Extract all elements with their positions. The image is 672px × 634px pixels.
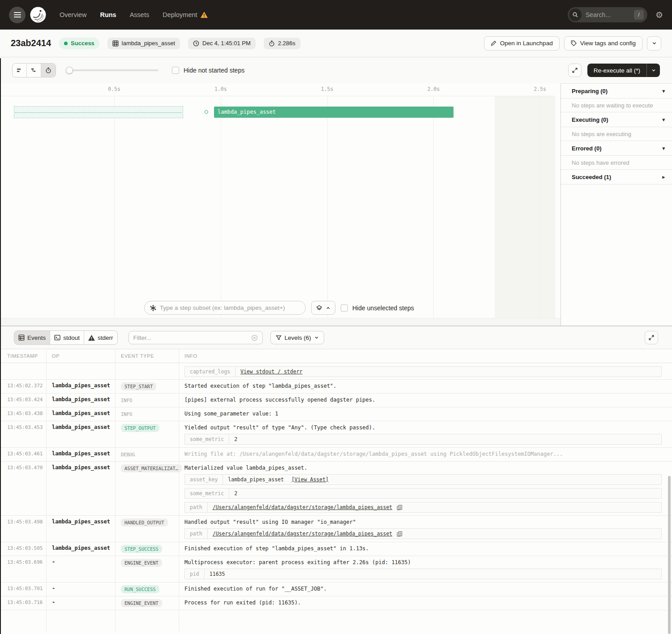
gantt-chart: 0.5s1.0s1.5s2.0s2.5s lambda_pipes_asset bbox=[0, 83, 561, 326]
view-tags-config-button[interactable]: View tags and config bbox=[564, 36, 642, 51]
top-nav: OverviewRunsAssetsDeployment / ⚙ bbox=[0, 0, 672, 30]
metadata-key: some_metric bbox=[185, 434, 229, 444]
event-type-cell: ENGINE_EVENT bbox=[116, 556, 179, 582]
view-asset-link[interactable]: [View Asset] bbox=[289, 475, 330, 484]
event-op: lambda_pipes_asset bbox=[47, 394, 116, 407]
re-execute-button[interactable]: Re-execute all (*) bbox=[587, 64, 646, 77]
hide-unselected-control[interactable]: Hide unselected steps bbox=[341, 304, 414, 312]
axis-tick-label: 2.5s bbox=[534, 86, 546, 92]
levels-dropdown-button[interactable]: Levels (6) bbox=[270, 331, 324, 344]
axis-tick-label: 0.5s bbox=[108, 86, 120, 92]
nav-item-overview[interactable]: Overview bbox=[60, 11, 86, 18]
nav-item-runs[interactable]: Runs bbox=[100, 11, 116, 18]
log-panel: Eventsstdoutstderr Levels (6) bbox=[0, 326, 672, 634]
op-selector-icon bbox=[150, 305, 156, 311]
log-filter-input[interactable] bbox=[133, 334, 248, 341]
event-op: lambda_pipes_asset bbox=[47, 421, 116, 447]
tab-stderr[interactable]: stderr bbox=[84, 331, 117, 344]
metadata-box: asset_keylambda_pipes_asset[View Asset] bbox=[184, 474, 662, 485]
gear-icon[interactable]: ⚙ bbox=[655, 11, 663, 19]
metadata-value[interactable]: View stdout / stderr bbox=[235, 367, 303, 377]
event-info: [pipes] external process successfully op… bbox=[179, 394, 672, 407]
log-scrollbar-thumb[interactable] bbox=[668, 476, 671, 634]
zoom-slider[interactable] bbox=[66, 64, 158, 77]
metadata-box: captured_logsView stdout / stderr bbox=[184, 366, 662, 377]
hamburger-menu-icon[interactable] bbox=[9, 7, 26, 23]
view-timed-button[interactable] bbox=[41, 64, 56, 77]
view-flat-button[interactable] bbox=[13, 64, 27, 77]
tab-events[interactable]: Events bbox=[14, 331, 50, 344]
hide-not-started-control[interactable]: Hide not started steps bbox=[172, 67, 244, 74]
metadata-value[interactable]: /Users/alangenfeld/data/dagster/storage/… bbox=[208, 529, 394, 539]
tab-stdout[interactable]: stdout bbox=[50, 331, 84, 344]
warning-icon bbox=[201, 12, 208, 18]
metadata-key: asset_key bbox=[185, 475, 223, 484]
hide-not-started-checkbox[interactable] bbox=[172, 67, 179, 74]
section-header-succeeded[interactable]: Succeeded (1)▸ bbox=[561, 170, 672, 184]
search-box[interactable]: / bbox=[568, 7, 647, 22]
event-op: lambda_pipes_asset bbox=[47, 407, 116, 421]
gantt-step-bar[interactable]: lambda_pipes_asset bbox=[214, 107, 454, 118]
event-info-text: Yielded output "result" of type "Any". (… bbox=[184, 424, 666, 431]
event-type-badge: STEP_START bbox=[121, 382, 156, 390]
section-body: No steps have errored bbox=[561, 156, 672, 170]
event-timestamp: 13:45:03.701 bbox=[0, 583, 47, 596]
event-row: 13:45:03.701-RUN_SUCCESSFinished executi… bbox=[0, 583, 672, 596]
gantt-fullscreen-button[interactable] bbox=[568, 64, 582, 77]
re-execute-caret-button[interactable] bbox=[646, 64, 660, 77]
nav-item-assets[interactable]: Assets bbox=[130, 11, 150, 18]
event-type-badge: STEP_SUCCESS bbox=[121, 545, 162, 553]
chevron-up-icon bbox=[326, 306, 330, 310]
event-type-badge: STEP_OUTPUT bbox=[121, 424, 159, 432]
zoom-slider-thumb[interactable] bbox=[66, 67, 73, 74]
event-info: Process for run exited (pid: 11635). bbox=[179, 596, 672, 610]
section-header-errored[interactable]: Errored (0)▾ bbox=[561, 141, 672, 156]
step-subset-input[interactable] bbox=[160, 304, 300, 311]
event-type-cell: ASSET_MATERIALIZAT… bbox=[116, 462, 179, 515]
metadata-key: pid bbox=[185, 569, 205, 579]
nav-item-label: Overview bbox=[60, 11, 86, 18]
view-waterfall-button[interactable] bbox=[27, 64, 41, 77]
section-header-executing[interactable]: Executing (0)▾ bbox=[561, 112, 672, 127]
event-info-text: Handled output "result" using IO manager… bbox=[184, 518, 666, 525]
event-type-cell: ENGINE_EVENT bbox=[116, 596, 179, 610]
event-op: lambda_pipes_asset bbox=[47, 462, 116, 515]
metadata-box: some_metric2 bbox=[184, 434, 662, 445]
event-type-badge: INFO bbox=[121, 410, 132, 418]
step-subset-box[interactable] bbox=[144, 301, 306, 315]
graph-query-toggle-button[interactable] bbox=[311, 301, 335, 315]
axis-gridline bbox=[327, 96, 328, 318]
axis-gridline bbox=[540, 96, 540, 318]
nav-item-deployment[interactable]: Deployment bbox=[163, 11, 207, 18]
tag-icon bbox=[571, 40, 577, 46]
log-fullscreen-button[interactable] bbox=[645, 331, 658, 344]
event-info: Materialized value lambda_pipes_asset.as… bbox=[179, 462, 672, 515]
re-execute-button-group: Re-execute all (*) bbox=[587, 64, 660, 77]
event-type-badge: HANDLED_OUTPUT bbox=[121, 518, 168, 527]
event-type-cell: RUN_SUCCESS bbox=[116, 583, 179, 596]
duration-pill: 2.286s bbox=[264, 38, 300, 49]
event-info: Multiprocess executor: parent process ex… bbox=[179, 556, 672, 582]
event-type-cell: STEP_START bbox=[116, 380, 179, 393]
job-tag[interactable]: lambda_pipes_asset bbox=[107, 38, 180, 49]
after-run-end-band bbox=[495, 96, 555, 318]
hide-not-started-label: Hide not started steps bbox=[184, 67, 244, 74]
search-input[interactable] bbox=[586, 11, 630, 18]
event-info-text: Materialized value lambda_pipes_asset. bbox=[184, 464, 666, 471]
hide-unselected-checkbox[interactable] bbox=[341, 304, 348, 312]
open-in-launchpad-button[interactable]: Open in Launchpad bbox=[484, 36, 560, 51]
section-title: Errored (0) bbox=[572, 145, 601, 152]
section-header-preparing[interactable]: Preparing (0)▾ bbox=[561, 84, 672, 99]
event-type-badge: DEBUG bbox=[121, 450, 135, 458]
metadata-value[interactable]: /Users/alangenfeld/data/dagster/storage/… bbox=[208, 502, 394, 512]
event-timestamp: 13:45:03.424 bbox=[0, 394, 47, 407]
copy-icon[interactable] bbox=[393, 502, 406, 512]
gantt-toolbar: Hide not started steps Re-execute all (*… bbox=[0, 57, 672, 83]
dagster-logo-icon[interactable] bbox=[29, 6, 47, 24]
clear-filter-icon[interactable] bbox=[251, 334, 258, 341]
run-actions-dropdown-button[interactable] bbox=[647, 36, 661, 51]
event-row: captured_logsView stdout / stderr bbox=[0, 363, 672, 380]
copy-icon[interactable] bbox=[393, 529, 406, 539]
log-filter-box[interactable] bbox=[128, 331, 263, 344]
event-row: 13:45:03.498lambda_pipes_assetHANDLED_OU… bbox=[0, 516, 672, 542]
